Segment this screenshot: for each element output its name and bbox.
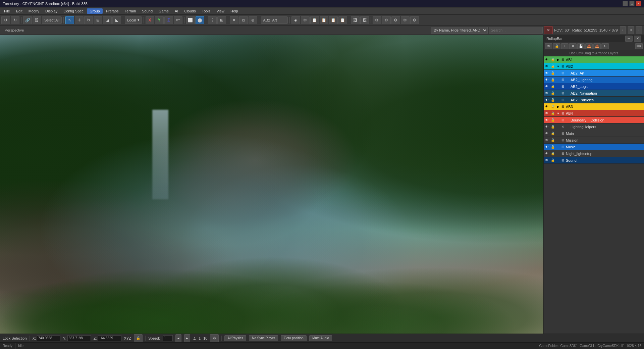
menu-help[interactable]: Help — [228, 8, 241, 14]
asset-btn[interactable]: 🖼 — [351, 16, 360, 24]
menu-config-spec[interactable]: Config Spec — [61, 8, 86, 14]
view-info-btn3[interactable]: i — [636, 26, 642, 34]
scale-tool[interactable]: ⊞ — [94, 16, 102, 24]
layer-keyboard-btn[interactable]: ⌨ — [635, 43, 643, 49]
layer-lock-Mission[interactable]: 🔒 — [550, 137, 556, 144]
y-input[interactable] — [67, 335, 91, 341]
layer-vis-all-btn[interactable]: 👁 — [545, 43, 552, 49]
settings5-btn[interactable]: ⚙ — [410, 16, 419, 24]
layer-vis-AB2[interactable]: 👁 — [544, 63, 550, 70]
menu-ai[interactable]: AI — [172, 8, 181, 14]
menu-game[interactable]: Game — [156, 8, 171, 14]
layer-expand-AB2-Particles[interactable] — [556, 97, 560, 103]
layer-expand-AB2-Logic[interactable] — [556, 83, 560, 90]
y-axis-btn[interactable]: Y — [155, 16, 164, 24]
layer-row-Main[interactable]: 👁 🔒 ⊞ Main — [544, 130, 644, 137]
close-button[interactable]: ✕ — [636, 1, 641, 6]
settings3-btn[interactable]: ⚙ — [391, 16, 400, 24]
menu-clouds[interactable]: Clouds — [181, 8, 198, 14]
layer-lock-AB2-Logic[interactable]: 🔒 — [550, 83, 556, 90]
layer-row-Night-lightsetup[interactable]: 👁 🔒 ⊞ Night_lightsetup — [544, 150, 644, 157]
grid-btn[interactable]: ⊞ — [217, 16, 226, 24]
layer-lock-AB2-Lighting[interactable]: 🔒 — [550, 77, 556, 83]
x-axis-btn[interactable]: X — [146, 16, 154, 24]
link-button[interactable]: 🔗 — [23, 16, 32, 24]
layer-row-Boundary-Collision[interactable]: 👁 🔒 ⊞ Boundary _ Collision — [544, 117, 644, 123]
layer-row-AB2-Art[interactable]: 👁 🔒 ⊞ AB2_Art — [544, 70, 644, 77]
layer-vis-AB4[interactable]: 👁 — [544, 110, 550, 117]
mute-audio-btn[interactable]: Mute Audio — [309, 335, 332, 341]
layer-vis-AB2-Logic[interactable]: 👁 — [544, 83, 550, 90]
menu-modify[interactable]: Modify — [26, 8, 42, 14]
layer-lock-AB2-Navigation[interactable]: 🔒 — [550, 90, 556, 97]
select-circle-btn[interactable]: ⬤ — [196, 16, 204, 24]
layer-lock-all-btn[interactable]: 🔒 — [553, 43, 560, 49]
material-btn[interactable]: ◈ — [291, 16, 300, 24]
layer-expand-AB2[interactable]: ▼ — [556, 63, 560, 70]
layer-lock-AB3[interactable]: 🔒 — [550, 103, 556, 110]
menu-terrain[interactable]: Terrain — [122, 8, 139, 14]
speed-settings-btn[interactable]: ⚙ — [210, 334, 219, 342]
menu-file[interactable]: File — [1, 8, 13, 14]
layer-lock-Music[interactable]: 🔒 — [550, 144, 556, 150]
layer-expand-AB1[interactable]: ▶ — [556, 56, 560, 63]
layer-vis-Sound[interactable]: 👁 — [544, 157, 550, 164]
layer-lock-AB2-Art[interactable]: 🔒 — [550, 70, 556, 77]
layer-import-btn[interactable]: 📥 — [585, 43, 593, 49]
layer-delete-btn[interactable]: ✕ — [569, 43, 577, 49]
layer3-btn[interactable]: 📋 — [329, 16, 338, 24]
menu-group[interactable]: Group — [87, 8, 103, 14]
settings4-btn[interactable]: ⚙ — [401, 16, 410, 24]
layer-export-btn[interactable]: 📤 — [593, 43, 601, 49]
x-input[interactable] — [37, 335, 60, 341]
layer-row-AB2-Particles[interactable]: 👁 🔒 ⊞ AB2_Particles — [544, 97, 644, 103]
select-tool[interactable]: ↖ — [65, 16, 74, 24]
layer-row-AB2-Navigation[interactable]: 👁 🔒 ⊞ AB2_Navigation — [544, 90, 644, 97]
layer-row-AB2[interactable]: 👁 🔒 ▼ ⊞ AB2 — [544, 63, 644, 70]
panel-close-btn[interactable]: ✕ — [634, 36, 641, 42]
view-info-btn2[interactable]: H — [628, 26, 634, 34]
physics-btn[interactable]: ⚙ — [301, 16, 310, 24]
layer-vis-Main[interactable]: 👁 — [544, 130, 550, 137]
xy-axis-btn[interactable]: XY — [174, 16, 182, 24]
maximize-button[interactable]: □ — [629, 1, 635, 6]
coord-system-dropdown[interactable]: Local ▾ — [125, 16, 142, 24]
layer-row-LightingHelpers[interactable]: 👁 🔒 ✕ LightingHelpers — [544, 123, 644, 130]
z-axis-btn[interactable]: Z — [164, 16, 173, 24]
layer-lock-Main[interactable]: 🔒 — [550, 130, 556, 137]
layer-row-AB2-Logic[interactable]: 👁 🔒 ⊞ AB2_Logic — [544, 83, 644, 90]
layer-lock-AB4[interactable]: 🔒 — [550, 110, 556, 117]
layer-vis-LightingHelpers[interactable]: 👁 — [544, 123, 550, 130]
move-tool[interactable]: ✛ — [75, 16, 84, 24]
speed-down-btn[interactable]: ◄ — [175, 334, 181, 342]
search-clear-btn[interactable]: ✕ — [544, 26, 553, 34]
settings-btn[interactable]: ⚙ — [373, 16, 381, 24]
speed-input[interactable] — [163, 335, 173, 341]
layer-row-Mission[interactable]: 👁 🔒 ⊞ Mission — [544, 137, 644, 144]
layer-lock-Night-lightsetup[interactable]: 🔒 — [550, 150, 556, 157]
settings2-btn[interactable]: ⚙ — [382, 16, 391, 24]
panel-minimize-btn[interactable]: ─ — [625, 36, 633, 42]
layer-expand-AB4[interactable]: ▼ — [556, 110, 560, 117]
layer-expand-AB2-Lighting[interactable] — [556, 77, 560, 83]
undo-button[interactable]: ↺ — [1, 16, 10, 24]
layer4-btn[interactable]: 📋 — [338, 16, 347, 24]
speed-up-btn[interactable]: ► — [184, 334, 190, 342]
layer-vis-AB3[interactable]: 👁 — [544, 103, 550, 110]
layer-vis-Music[interactable]: 👁 — [544, 144, 550, 150]
layer-expand-Mission[interactable] — [556, 137, 560, 144]
redo-button[interactable]: ↻ — [11, 16, 19, 24]
layer-expand-AB2-Navigation[interactable] — [556, 90, 560, 97]
layer-save-btn[interactable]: 💾 — [577, 43, 585, 49]
layer-expand-Music[interactable] — [556, 144, 560, 150]
viewport[interactable] — [0, 35, 543, 334]
unlink-button[interactable]: ⛓ — [33, 16, 41, 24]
menu-sound[interactable]: Sound — [139, 8, 155, 14]
layer-vis-AB2-Art[interactable]: 👁 — [544, 70, 550, 77]
menu-prefabs[interactable]: Prefabs — [103, 8, 121, 14]
layer-row-AB2-Lighting[interactable]: 👁 🔒 ⊞ AB2_Lighting — [544, 77, 644, 83]
snap-btn[interactable]: ⋮ — [208, 16, 217, 24]
layer-expand-AB2-Art[interactable] — [556, 70, 560, 77]
asset2-btn[interactable]: 🖼 — [360, 16, 369, 24]
layer-lock-AB1[interactable]: 🔒 — [550, 56, 556, 63]
